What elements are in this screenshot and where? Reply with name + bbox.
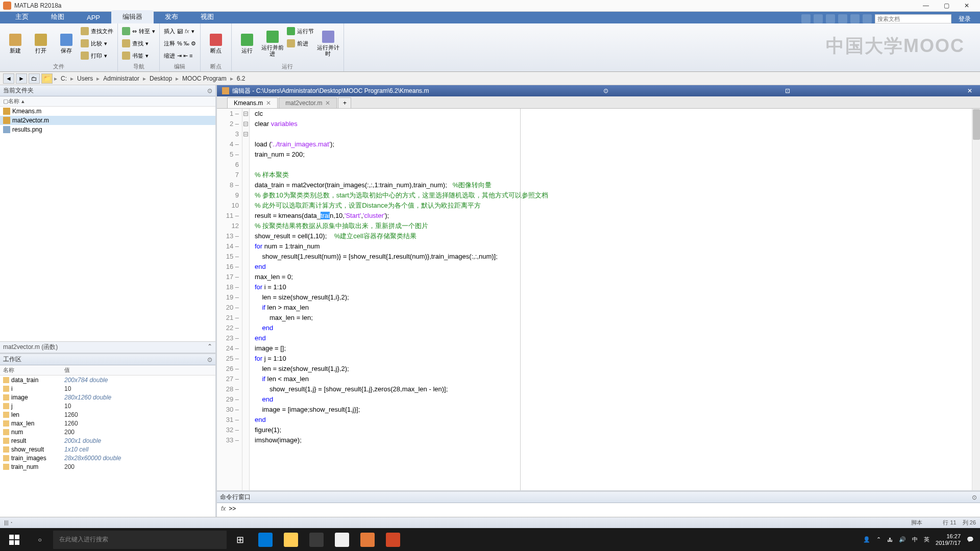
- panel-menu-icon[interactable]: ⊙: [207, 87, 212, 94]
- tab-kmeans[interactable]: Kmeans.m✕: [227, 97, 278, 108]
- group-label-file: 文件: [4, 63, 113, 70]
- crumb-drive[interactable]: C:: [59, 75, 69, 82]
- ws-col-name[interactable]: 名称: [3, 366, 64, 374]
- workspace-row[interactable]: num200: [0, 428, 215, 436]
- tray-people-icon[interactable]: 👤: [863, 536, 870, 543]
- goto-button[interactable]: ⇔转至 ▾: [122, 26, 155, 37]
- tab-app[interactable]: APP: [76, 12, 111, 23]
- bookmark-button[interactable]: 书签 ▾: [122, 50, 155, 61]
- quick-paste-icon[interactable]: [826, 14, 835, 23]
- tab-plot[interactable]: 绘图: [40, 10, 76, 23]
- run-section-icon: [287, 27, 295, 35]
- editor-max-icon[interactable]: ⊙: [601, 87, 611, 94]
- tray-volume-icon[interactable]: 🔊: [899, 536, 906, 543]
- col-name[interactable]: 名称: [8, 97, 19, 105]
- tab-view[interactable]: 视图: [189, 10, 225, 23]
- workspace-row[interactable]: i10: [0, 384, 215, 393]
- workspace-row[interactable]: result200x1 double: [0, 436, 215, 445]
- editor-undock-icon[interactable]: ⊡: [782, 87, 793, 94]
- login-button[interactable]: 登录: [954, 15, 975, 23]
- workspace-row[interactable]: train_num200: [0, 462, 215, 471]
- code-editor[interactable]: 1 –2 –3 4 –5 –6 7 8 –9 10 11 –12 13 –14 …: [217, 109, 980, 490]
- taskview-icon[interactable]: ⊞: [228, 530, 252, 550]
- var-icon: [3, 412, 9, 418]
- workspace-row[interactable]: max_len1260: [0, 419, 215, 428]
- panel-menu-icon[interactable]: ⊙: [972, 494, 977, 501]
- breakpoints-button[interactable]: 断点: [205, 26, 227, 62]
- open-button[interactable]: 打开: [30, 26, 52, 62]
- quick-undo-icon[interactable]: [838, 14, 847, 23]
- command-window[interactable]: fx>>: [217, 503, 980, 517]
- panel-menu-icon[interactable]: ⊙: [207, 356, 212, 363]
- close-icon[interactable]: ✕: [325, 99, 330, 107]
- store-icon[interactable]: [304, 530, 329, 550]
- print-button[interactable]: 打印 ▾: [81, 50, 113, 61]
- detail-collapse-icon[interactable]: ⌃: [207, 343, 212, 350]
- tab-editor[interactable]: 编辑器: [111, 10, 154, 23]
- tray-network-icon[interactable]: 🖧: [887, 537, 893, 543]
- browse-button[interactable]: 📁: [41, 73, 53, 84]
- explorer-icon[interactable]: [279, 530, 303, 550]
- file-row[interactable]: Kmeans.m: [0, 107, 215, 116]
- tray-up-icon[interactable]: ⌃: [876, 536, 881, 543]
- workspace-row[interactable]: data_train200x784 double: [0, 375, 215, 384]
- maximize-button[interactable]: ▢: [936, 2, 957, 9]
- find-files-button[interactable]: 查找文件: [81, 26, 113, 37]
- workspace-row[interactable]: image280x1260 double: [0, 393, 215, 402]
- close-button[interactable]: ✕: [957, 2, 977, 9]
- quick-help-icon[interactable]: [863, 14, 872, 23]
- advance-button[interactable]: 前进: [287, 38, 314, 49]
- minimize-button[interactable]: —: [916, 2, 936, 9]
- workspace-row[interactable]: len1260: [0, 410, 215, 419]
- crumb-mooc[interactable]: MOOC Program: [180, 75, 229, 82]
- quick-cut-icon[interactable]: [801, 14, 811, 23]
- close-icon[interactable]: ✕: [266, 99, 271, 107]
- scrollbar[interactable]: [972, 109, 980, 490]
- workspace-row[interactable]: show_result1x10 cell: [0, 445, 215, 454]
- crumb-users[interactable]: Users: [75, 75, 95, 82]
- ws-col-value[interactable]: 值: [64, 366, 70, 374]
- save-button[interactable]: 保存: [55, 26, 78, 62]
- indent-button[interactable]: 缩进 ⇥ ⇤ ≡: [164, 50, 196, 61]
- mail-icon[interactable]: [330, 530, 354, 550]
- start-button[interactable]: [2, 530, 27, 550]
- new-tab-button[interactable]: +: [338, 97, 351, 108]
- tray-ime1[interactable]: 中: [912, 536, 918, 543]
- run-time-button[interactable]: 运行并计时: [317, 26, 339, 62]
- run-section-button[interactable]: 运行节: [287, 26, 314, 37]
- var-icon: [3, 429, 9, 435]
- quick-redo-icon[interactable]: [850, 14, 860, 23]
- insert-button[interactable]: 插入 🗟 fx ▾: [164, 26, 196, 37]
- tray-ime2[interactable]: 英: [924, 536, 929, 543]
- comment-button[interactable]: 注释 % ‰ ⚙: [164, 38, 196, 49]
- edge-icon[interactable]: [253, 530, 278, 550]
- tray-notifications-icon[interactable]: 💬: [967, 536, 974, 543]
- var-icon: [3, 446, 9, 453]
- up-button[interactable]: 🗀: [29, 73, 40, 84]
- file-row[interactable]: mat2vector.m: [0, 116, 215, 125]
- workspace-row[interactable]: j10: [0, 402, 215, 410]
- crumb-admin[interactable]: Administrator: [101, 75, 141, 82]
- compare-button[interactable]: 比较 ▾: [81, 38, 113, 49]
- tab-mat2vector[interactable]: mat2vector.m✕: [279, 97, 337, 108]
- find-button[interactable]: 查找 ▾: [122, 38, 155, 49]
- workspace-row[interactable]: train_images28x28x60000 double: [0, 454, 215, 462]
- taskbar-search[interactable]: 在此键入进行搜索: [53, 531, 227, 549]
- quick-copy-icon[interactable]: [814, 14, 823, 23]
- tab-publish[interactable]: 发布: [154, 10, 189, 23]
- fwd-button[interactable]: ►: [16, 73, 27, 84]
- tab-home[interactable]: 主页: [4, 10, 40, 23]
- file-row[interactable]: results.png: [0, 125, 215, 134]
- run-advance-button[interactable]: 运行并前进: [261, 26, 284, 62]
- run-button[interactable]: 运行: [236, 26, 258, 62]
- matlab-task-icon[interactable]: [355, 530, 380, 550]
- new-button[interactable]: 新建: [4, 26, 27, 62]
- editor-close-icon[interactable]: ✕: [965, 87, 975, 94]
- tray-clock[interactable]: 16:272019/7/17: [936, 533, 961, 546]
- back-button[interactable]: ◄: [3, 73, 14, 84]
- doc-search-input[interactable]: [875, 14, 951, 23]
- crumb-desktop[interactable]: Desktop: [148, 75, 174, 82]
- crumb-62[interactable]: 6.2: [235, 75, 248, 82]
- powerpoint-icon[interactable]: [381, 530, 405, 550]
- cortana-icon[interactable]: ○: [28, 530, 52, 550]
